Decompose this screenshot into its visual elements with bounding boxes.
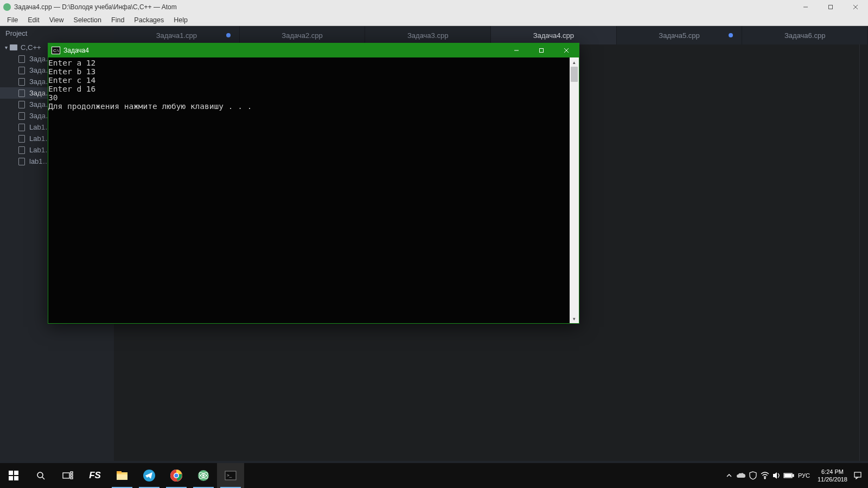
taskbar-app-chrome[interactable]: [163, 463, 190, 488]
tray-clock[interactable]: 6:24 PM 11/26/2018: [813, 468, 852, 483]
tray-battery-icon[interactable]: [783, 463, 795, 488]
tab-label: Задача6.cpp: [784, 31, 825, 40]
menu-find[interactable]: Find: [106, 15, 129, 25]
console-scrollbar[interactable]: ▴ ▾: [570, 57, 579, 323]
file-icon: [18, 101, 25, 108]
window-minimize-button[interactable]: [793, 0, 818, 14]
svg-rect-1: [829, 5, 833, 9]
tray-chevron-up-icon[interactable]: [723, 463, 735, 488]
tray-wifi-icon[interactable]: [759, 463, 771, 488]
window-titlebar: Задача4.cpp — D:\Володя учеба\Инфа\C,C++…: [0, 0, 868, 14]
menu-help[interactable]: Help: [169, 15, 193, 25]
console-output[interactable]: Enter a 12 Enter b 13 Enter c 14 Enter d…: [48, 57, 570, 323]
svg-rect-37: [854, 472, 861, 477]
file-icon: [18, 78, 25, 86]
window-maximize-button[interactable]: [818, 0, 843, 14]
scroll-up-icon[interactable]: ▴: [570, 57, 579, 67]
scroll-down-icon[interactable]: ▾: [570, 314, 579, 323]
editor-tab[interactable]: Задача1.cpp: [114, 26, 240, 44]
task-view-button[interactable]: [54, 463, 81, 488]
file-icon: [18, 158, 25, 165]
svg-rect-35: [793, 474, 794, 477]
console-close-button[interactable]: [554, 43, 579, 57]
svg-rect-10: [9, 476, 13, 480]
minimap[interactable]: [859, 44, 868, 461]
window-title: Задача4.cpp — D:\Володя учеба\Инфа\C,C++…: [14, 3, 177, 11]
tray-volume-icon[interactable]: [771, 463, 783, 488]
tab-label: Задача3.cpp: [407, 31, 448, 40]
file-label: lab1…: [29, 157, 50, 165]
folder-label: C,C++: [21, 43, 41, 52]
file-icon: [18, 67, 25, 74]
svg-rect-16: [71, 474, 73, 476]
file-icon: [18, 146, 25, 154]
scroll-thumb[interactable]: [571, 67, 578, 82]
console-window[interactable]: C:\ Задача4 Enter a 12 Enter b 13 Enter …: [48, 43, 579, 324]
svg-point-25: [175, 474, 178, 478]
chevron-down-icon: ▾: [3, 44, 9, 50]
tab-label: Задача4.cpp: [533, 31, 574, 40]
svg-line-13: [42, 477, 44, 479]
tray-defender-icon[interactable]: [747, 463, 759, 488]
taskbar-app-explorer[interactable]: [108, 463, 136, 488]
svg-text:>_: >_: [227, 473, 232, 478]
svg-rect-14: [63, 473, 69, 478]
sidebar-header: Project: [0, 26, 114, 41]
tray-onedrive-icon[interactable]: [735, 463, 747, 488]
taskbar-app-telegram[interactable]: [136, 463, 163, 488]
taskbar-app-fs[interactable]: FS: [81, 463, 108, 488]
file-icon: [18, 55, 25, 63]
editor-tab[interactable]: Задача5.cpp: [617, 26, 743, 44]
window-close-button[interactable]: [843, 0, 868, 14]
menu-view[interactable]: View: [44, 15, 69, 25]
tray-action-center-icon[interactable]: [852, 463, 864, 488]
svg-rect-15: [71, 472, 73, 473]
folder-icon: [10, 44, 17, 50]
svg-rect-11: [14, 476, 18, 480]
svg-marker-33: [773, 472, 777, 479]
console-titlebar[interactable]: C:\ Задача4: [48, 43, 579, 57]
svg-rect-20: [117, 474, 127, 480]
svg-point-32: [764, 478, 765, 479]
console-maximize-button[interactable]: [529, 43, 554, 57]
svg-rect-8: [9, 471, 13, 475]
atom-logo-icon: [3, 3, 11, 11]
file-icon: [18, 112, 25, 120]
console-icon: C:\: [52, 47, 60, 54]
svg-point-27: [202, 474, 205, 477]
tab-label: Задача1.cpp: [156, 31, 197, 40]
editor-tabs: Задача1.cppЗадача2.cppЗадача3.cppЗадача4…: [114, 26, 868, 44]
tab-label: Задача2.cpp: [282, 31, 322, 40]
menu-bar: File Edit View Selection Find Packages H…: [0, 14, 868, 26]
menu-edit[interactable]: Edit: [23, 15, 44, 25]
svg-point-12: [37, 472, 43, 478]
svg-rect-5: [540, 49, 544, 53]
tray-language[interactable]: РУС: [795, 463, 813, 488]
svg-rect-9: [14, 471, 18, 475]
file-icon: [18, 89, 25, 97]
search-button[interactable]: [27, 463, 54, 488]
editor-tab[interactable]: Задача4.cpp: [491, 26, 617, 44]
menu-file[interactable]: File: [2, 15, 23, 25]
menu-packages[interactable]: Packages: [129, 15, 169, 25]
editor-tab[interactable]: Задача2.cpp: [240, 26, 366, 44]
taskbar-app-cmd[interactable]: >_: [217, 463, 244, 488]
console-minimize-button[interactable]: [504, 43, 529, 57]
taskbar-app-atom[interactable]: [190, 463, 217, 488]
file-icon: [18, 124, 25, 131]
svg-rect-17: [71, 477, 73, 479]
modified-dot-icon: [729, 33, 733, 37]
editor-tab[interactable]: Задача3.cpp: [365, 26, 491, 44]
console-title: Задача4: [63, 47, 89, 54]
svg-rect-19: [117, 471, 122, 473]
editor-tab[interactable]: Задача6.cpp: [742, 26, 868, 44]
svg-rect-36: [784, 474, 791, 477]
start-button[interactable]: [0, 463, 27, 488]
windows-taskbar: FS >_ РУС 6:24 PM 11/26/2018: [0, 463, 868, 488]
file-icon: [18, 135, 25, 143]
modified-dot-icon: [226, 33, 231, 37]
tab-label: Задача5.cpp: [659, 31, 699, 40]
menu-selection[interactable]: Selection: [69, 15, 106, 25]
